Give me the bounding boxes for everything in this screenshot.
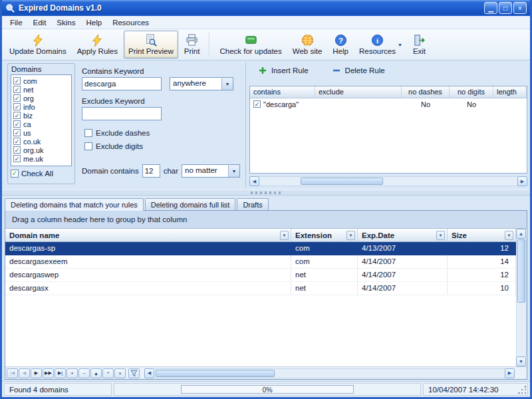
table-row[interactable]: descargas-sp com 4/13/2007 12: [5, 242, 516, 255]
checkbox-checked-icon[interactable]: ✓: [253, 100, 261, 108]
check-all-checkbox[interactable]: ✓ Check All: [11, 170, 72, 178]
table-row[interactable]: descargasexeem com 4/14/2007 14: [5, 255, 516, 269]
nav-cancel-button[interactable]: ×: [114, 368, 126, 378]
rule-row[interactable]: ✓ "descarga" No No: [250, 98, 527, 110]
close-button[interactable]: ×: [513, 2, 527, 14]
column-header-exp-date[interactable]: Exp.Date▼: [358, 229, 448, 242]
tab-full-list[interactable]: Deleting domains full list: [145, 198, 236, 210]
nav-first-button[interactable]: |◀: [7, 368, 18, 378]
group-by-bar[interactable]: Drag a column header here to group by th…: [5, 211, 527, 229]
insert-rule-button[interactable]: Insert Rule: [259, 66, 309, 74]
web-site-button[interactable]: Web site: [288, 31, 327, 59]
filter-button[interactable]: [128, 368, 140, 378]
domain-item-info[interactable]: ✓info: [12, 102, 70, 111]
scrollbar-thumb[interactable]: [301, 178, 383, 185]
column-filter-dropdown-icon[interactable]: ▼: [505, 231, 513, 240]
checkbox-checked-icon[interactable]: ✓: [13, 94, 21, 102]
rules-column-contains[interactable]: contains: [250, 86, 315, 98]
scroll-right-icon[interactable]: ▶: [517, 176, 527, 186]
column-filter-dropdown-icon[interactable]: ▼: [346, 231, 355, 240]
menu-help[interactable]: Help: [80, 17, 107, 28]
grid-horizontal-scrollbar[interactable]: ◀ ▶: [144, 368, 515, 378]
nav-last-button[interactable]: ▶|: [55, 368, 66, 378]
table-row[interactable]: descargasx net 4/14/2007 10: [5, 282, 516, 295]
menu-skins[interactable]: Skins: [51, 17, 80, 28]
horizontal-splitter[interactable]: [2, 190, 530, 196]
checkbox-checked-icon[interactable]: ✓: [13, 138, 21, 145]
rules-horizontal-scrollbar[interactable]: ◀ ▶: [249, 176, 527, 186]
rules-column-exclude[interactable]: exclude: [315, 86, 402, 98]
menu-edit[interactable]: Edit: [28, 17, 52, 28]
column-header-size[interactable]: Size▼: [448, 229, 516, 242]
nav-delete-button[interactable]: −: [78, 368, 90, 378]
nav-next-button[interactable]: ▶: [31, 368, 42, 378]
tab-drafts[interactable]: Drafts: [237, 198, 268, 210]
grid-vertical-scrollbar[interactable]: ▲ ▼: [516, 229, 527, 366]
checkbox-checked-icon[interactable]: ✓: [13, 129, 21, 136]
update-domains-button[interactable]: Update Domains: [5, 31, 71, 59]
delete-rule-button[interactable]: Delete Rule: [332, 66, 385, 74]
checkbox-checked-icon[interactable]: ✓: [11, 170, 19, 178]
print-button[interactable]: Print: [180, 31, 205, 59]
column-header-extension[interactable]: Extension▼: [291, 229, 358, 242]
nav-edit-button[interactable]: ▲: [90, 368, 102, 378]
scrollbar-track[interactable]: [516, 239, 527, 356]
exclude-digits-checkbox[interactable]: Exclude digits: [84, 142, 143, 150]
column-header-domain-name[interactable]: Domain name▼: [5, 229, 291, 242]
keyword-position-select[interactable]: anywhere ▼: [170, 77, 233, 90]
scroll-left-icon[interactable]: ◀: [144, 368, 154, 378]
nav-next-page-button[interactable]: ▶▶: [43, 368, 54, 378]
scrollbar-track[interactable]: [259, 176, 517, 186]
chevron-down-icon[interactable]: ▼: [221, 78, 233, 90]
length-mode-select[interactable]: no matter ▼: [182, 164, 240, 178]
domain-item-net[interactable]: ✓net: [12, 85, 70, 94]
checkbox-unchecked-icon[interactable]: [84, 142, 92, 150]
minimize-button[interactable]: ▁: [484, 2, 497, 14]
domain-length-input[interactable]: [142, 164, 160, 178]
domain-item-us[interactable]: ✓us: [12, 128, 70, 137]
chevron-down-icon[interactable]: ▼: [398, 43, 402, 47]
scroll-up-icon[interactable]: ▲: [516, 229, 526, 239]
checkbox-checked-icon[interactable]: ✓: [13, 155, 21, 162]
checkbox-checked-icon[interactable]: ✓: [13, 146, 21, 154]
checkbox-checked-icon[interactable]: ✓: [13, 103, 21, 110]
help-button[interactable]: ? Help: [328, 31, 353, 59]
tab-matching-rules[interactable]: Deleting domains that match your rules: [5, 198, 144, 211]
checkbox-checked-icon[interactable]: ✓: [13, 120, 21, 128]
scrollbar-thumb[interactable]: [156, 370, 275, 377]
nav-prev-button[interactable]: ◀: [19, 368, 30, 378]
excludes-keyword-input[interactable]: [82, 107, 162, 120]
menu-resources[interactable]: Resources: [107, 17, 154, 28]
checkbox-checked-icon[interactable]: ✓: [13, 77, 21, 84]
domain-item-co-uk[interactable]: ✓co.uk: [12, 137, 70, 146]
contains-keyword-input[interactable]: [82, 77, 162, 90]
exclude-dashes-checkbox[interactable]: Exclude dashes: [84, 129, 150, 137]
scroll-down-icon[interactable]: ▼: [516, 356, 526, 366]
check-for-updates-button[interactable]: Check for updates: [215, 31, 286, 59]
domain-item-biz[interactable]: ✓biz: [12, 111, 70, 120]
scroll-right-icon[interactable]: ▶: [505, 368, 515, 378]
resize-grip-icon[interactable]: [518, 386, 527, 394]
resources-button[interactable]: i Resources ▼: [354, 31, 407, 59]
print-preview-button[interactable]: Print Preview: [124, 31, 178, 59]
checkbox-unchecked-icon[interactable]: [84, 129, 92, 137]
scrollbar-track[interactable]: [154, 368, 505, 378]
nav-post-button[interactable]: *: [102, 368, 114, 378]
scroll-left-icon[interactable]: ◀: [249, 176, 259, 186]
domain-item-me-uk[interactable]: ✓me.uk: [12, 154, 70, 163]
column-filter-dropdown-icon[interactable]: ▼: [280, 231, 289, 240]
nav-append-button[interactable]: +: [66, 368, 78, 378]
rules-column-no-dashes[interactable]: no dashes: [402, 86, 450, 98]
apply-rules-button[interactable]: Apply Rules: [72, 31, 122, 59]
menu-file[interactable]: File: [5, 17, 28, 28]
chevron-down-icon[interactable]: ▼: [228, 165, 239, 177]
rules-column-length[interactable]: length: [493, 86, 527, 98]
domain-item-org-uk[interactable]: ✓org.uk: [12, 146, 70, 154]
checkbox-checked-icon[interactable]: ✓: [13, 86, 21, 93]
domain-item-org[interactable]: ✓org: [12, 94, 70, 102]
domain-item-ca[interactable]: ✓ca: [12, 120, 70, 128]
domain-item-com[interactable]: ✓com: [12, 76, 70, 85]
column-filter-dropdown-icon[interactable]: ▼: [436, 231, 445, 240]
exit-button[interactable]: Exit: [408, 31, 430, 59]
rules-column-no-digits[interactable]: no digits: [450, 86, 493, 98]
